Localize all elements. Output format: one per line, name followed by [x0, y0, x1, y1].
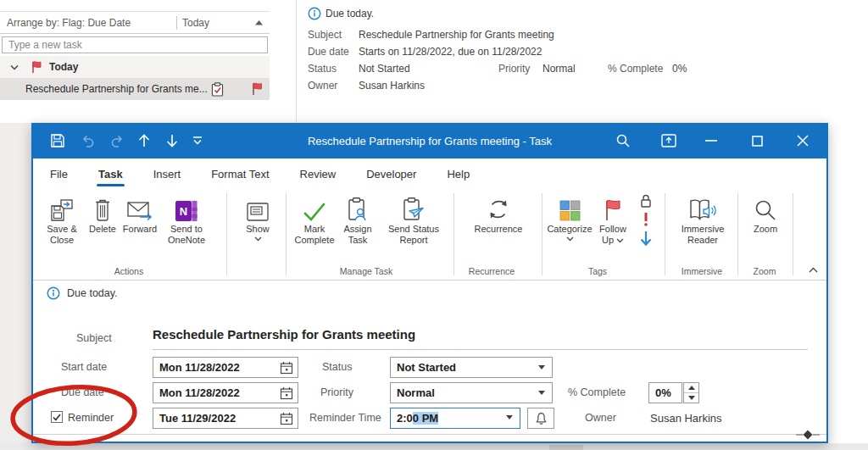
tab-task[interactable]: Task: [98, 158, 123, 189]
group-separator: [453, 193, 454, 275]
dropdown-arrow-icon[interactable]: [538, 365, 545, 369]
tab-format-text[interactable]: Format Text: [211, 158, 269, 189]
group-separator: [542, 193, 542, 275]
zoom-button[interactable]: Zoom: [743, 192, 788, 235]
recurrence-label: Recurrence: [475, 224, 523, 235]
move-up-icon[interactable]: [136, 133, 152, 148]
recurrence-icon: [486, 192, 511, 221]
maximize-icon[interactable]: [738, 123, 776, 158]
due-date-label: Due date: [308, 46, 349, 58]
reminder-time-label: Reminder Time: [309, 412, 381, 424]
spinner-down-icon[interactable]: [684, 393, 698, 403]
minimize-icon[interactable]: [693, 123, 730, 158]
reminder-time-selected-text: 0 PM: [413, 412, 438, 425]
reminder-time-combobox[interactable]: 2:00 PM: [390, 408, 520, 429]
assign-task-button[interactable]: Assign Task: [337, 192, 378, 246]
arrange-by-bar[interactable]: Arrange by: Flag: Due Date Today: [0, 12, 270, 34]
subject-label: Subject: [76, 332, 112, 344]
titlebar[interactable]: Reschedule Partnership for Grants meetin…: [31, 123, 828, 158]
info-icon: [308, 7, 321, 20]
due-date-value: Mon 11/28/2022: [159, 386, 240, 399]
calendar-icon[interactable]: [279, 360, 294, 375]
delete-button[interactable]: Delete: [85, 192, 120, 235]
due-date-field[interactable]: Mon 11/28/2022: [153, 382, 298, 403]
immersive-reader-button[interactable]: Immersive Reader: [670, 192, 736, 246]
percent-complete-field[interactable]: 0%: [648, 382, 682, 403]
high-importance-icon[interactable]: [643, 212, 648, 226]
group-separator: [286, 193, 287, 275]
task-window: Reschedule Partnership for Grants meetin…: [31, 123, 828, 443]
search-icon[interactable]: [604, 123, 642, 158]
show-label: Show: [246, 224, 270, 235]
calendar-icon[interactable]: [279, 411, 294, 426]
collapse-ribbon-icon[interactable]: [803, 267, 823, 273]
task-group-header[interactable]: Today: [0, 56, 270, 78]
group-label-manage-task: Manage Task: [340, 266, 392, 276]
task-item-title[interactable]: Reschedule Partnership for Grants me...: [25, 83, 208, 95]
reminder-checkbox[interactable]: [51, 411, 63, 423]
mark-complete-button[interactable]: Mark Complete: [292, 192, 337, 246]
group-label-zoom: Zoom: [754, 266, 776, 276]
reminder-sound-button[interactable]: [527, 408, 554, 429]
reminder-date-field[interactable]: Tue 11/29/2022: [153, 408, 298, 429]
undo-icon[interactable]: [81, 133, 96, 148]
tab-review[interactable]: Review: [300, 158, 337, 189]
follow-up-button[interactable]: Follow Up: [593, 192, 632, 246]
low-importance-icon[interactable]: [639, 231, 653, 247]
customize-qat-icon[interactable]: [192, 136, 208, 152]
clipboard-plane-icon: [403, 192, 425, 221]
sort-field-label[interactable]: Today: [182, 17, 209, 29]
show-button[interactable]: Show: [234, 192, 281, 242]
recurrence-button[interactable]: Recurrence: [459, 192, 537, 235]
move-down-icon[interactable]: [164, 133, 180, 148]
categorize-squares-icon: [559, 192, 581, 221]
splitter-handle-icon[interactable]: [796, 430, 820, 440]
group-label-tags: Tags: [588, 266, 607, 276]
dropdown-arrow-icon[interactable]: [506, 415, 513, 419]
forward-label: Forward: [123, 224, 157, 235]
arrange-by-label[interactable]: Arrange by: Flag: Due Date: [7, 17, 131, 29]
redo-icon[interactable]: [109, 133, 125, 148]
priority-label: Priority: [498, 63, 530, 75]
save-close-button[interactable]: Save & Close: [39, 192, 85, 246]
save-close-label: Save & Close: [39, 224, 85, 246]
group-label-immersive: Immersive: [682, 266, 722, 276]
dropdown-arrow-icon[interactable]: [538, 391, 545, 395]
forward-button[interactable]: Forward: [120, 192, 159, 235]
close-icon[interactable]: [782, 123, 823, 158]
spinner-up-icon[interactable]: [684, 383, 698, 393]
status-value: Not Started: [397, 361, 456, 374]
subject-value[interactable]: Reschedule Partnership for Grants meetin…: [153, 327, 415, 342]
status-dropdown[interactable]: Not Started: [390, 357, 553, 378]
ribbon-display-options-icon[interactable]: [650, 123, 687, 158]
save-icon[interactable]: [50, 133, 65, 148]
task-list-item[interactable]: Reschedule Partnership for Grants me...: [0, 78, 270, 100]
categorize-button[interactable]: Categorize: [546, 192, 593, 242]
send-to-onenote-button[interactable]: N Send to OneNote: [159, 192, 214, 246]
send-status-report-button[interactable]: Send Status Report: [378, 192, 449, 246]
tab-insert[interactable]: Insert: [153, 158, 181, 189]
tab-developer[interactable]: Developer: [366, 158, 416, 189]
task-group-label: Today: [49, 61, 78, 73]
due-date-value: Starts on 11/28/2022, due on 11/28/2022: [359, 46, 542, 58]
subject-label: Subject: [308, 29, 342, 41]
status-label: Status: [322, 361, 352, 373]
tab-help[interactable]: Help: [447, 158, 470, 189]
percent-complete-label: % Complete: [568, 386, 626, 398]
new-task-input[interactable]: [2, 36, 268, 53]
send-to-onenote-label: Send to OneNote: [159, 224, 214, 246]
form-info-text: Due today.: [67, 287, 118, 299]
priority-dropdown[interactable]: Normal: [390, 382, 553, 403]
chevron-down-icon[interactable]: [10, 64, 19, 70]
private-lock-icon[interactable]: [639, 194, 653, 208]
calendar-icon[interactable]: [279, 386, 294, 401]
reminder-time-text: 2:0: [397, 412, 413, 425]
owner-label: Owner: [585, 412, 616, 424]
green-check-icon: [303, 192, 326, 221]
start-date-field[interactable]: Mon 11/28/2022: [153, 357, 298, 378]
tab-file[interactable]: File: [50, 158, 68, 189]
show-gallery-icon: [247, 192, 269, 221]
reminder-label[interactable]: Reminder: [68, 412, 114, 424]
sort-ascending-icon[interactable]: [255, 20, 263, 25]
flag-icon[interactable]: [251, 82, 264, 96]
